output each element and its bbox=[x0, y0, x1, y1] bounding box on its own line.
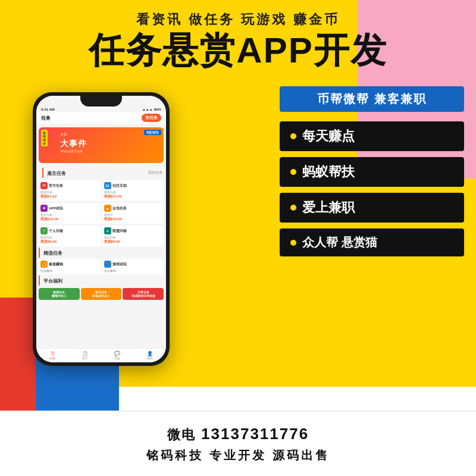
profile-nav-label: 我的 bbox=[147, 356, 153, 360]
nav-item-msg[interactable]: 💬 消息 bbox=[101, 350, 134, 361]
banner-news-label: NEWS bbox=[144, 130, 161, 135]
my-tasks-label: 我的任务 bbox=[148, 170, 162, 176]
page-wrapper: 看资讯 做任务 玩游戏 赚金币 任务悬赏APP开发 币帮微帮 兼客兼职 每天赚点… bbox=[0, 0, 476, 476]
dot-icon-3 bbox=[290, 205, 296, 211]
selected-sub-1: 快速赚钱 bbox=[40, 269, 99, 273]
selected-task-1[interactable]: 💰 极速赚钱 快速赚钱 bbox=[39, 259, 101, 274]
tasks-nav-label: 任务 bbox=[49, 356, 55, 360]
platform-section: 推荐好友赚额外收入 新手任务快速成为达人 日常任务完成获得日常收益 bbox=[36, 287, 166, 301]
platform-cards: 推荐好友赚额外收入 新手任务快速成为达人 日常任务完成获得日常收益 bbox=[39, 288, 164, 300]
task-reward-1: 奖励¥1.00 bbox=[40, 194, 99, 199]
main-title: 任务悬赏APP开发 bbox=[0, 31, 476, 70]
platform-card-3[interactable]: 日常任务完成获得日常收益 bbox=[123, 288, 164, 300]
task-title-5: 个人问卷 bbox=[49, 228, 63, 234]
selected-icon-1: 💰 bbox=[40, 261, 48, 268]
right-panel: 币帮微帮 兼客兼职 每天赚点 蚂蚁帮扶 爱上兼职 众人帮 悬赏猫 bbox=[280, 86, 464, 262]
banner-gold-badge: 超高佣金 bbox=[41, 130, 48, 146]
footer-phone: 微电 13137311776 bbox=[167, 425, 309, 444]
task-title-3: APP试玩 bbox=[49, 206, 63, 211]
nav-item-rank[interactable]: 📋 排行 bbox=[69, 350, 102, 361]
phone-post-button[interactable]: 发任务 bbox=[142, 114, 161, 122]
selected-task-grid: 💰 极速赚钱 快速赚钱 🎮 游戏试玩 试玩赚钱 bbox=[36, 259, 166, 274]
selected-section-title: 精选任务 bbox=[39, 248, 164, 258]
footer-phone-label: 微电 bbox=[167, 427, 196, 442]
dot-icon-2 bbox=[290, 169, 296, 175]
feature-item-1: 每天赚点 bbox=[280, 121, 464, 151]
platform-card-2[interactable]: 新手任务快速成为达人 bbox=[81, 288, 122, 300]
bottom-footer: 微电 13137311776 铭码科技 专业开发 源码出售 bbox=[0, 411, 476, 476]
platform-card-label-1: 推荐好友赚额外收入 bbox=[40, 290, 79, 298]
task-title-1: 官方任务 bbox=[49, 183, 63, 189]
platform-card-1[interactable]: 推荐好友赚额外收入 bbox=[39, 288, 80, 300]
feature-item-2: 蚂蚁帮扶 bbox=[280, 157, 464, 187]
phone-bottom-nav: ☰ 任务 📋 排行 💬 消息 👤 我的 bbox=[36, 348, 166, 362]
phone-nav-bar: 任务 发任务 bbox=[36, 112, 166, 125]
phone-signal: ▲▲▲ WiFi bbox=[142, 108, 161, 111]
banner-big-text: 大事件 bbox=[60, 139, 159, 149]
feature-label-1: 每天赚点 bbox=[302, 127, 355, 145]
profile-nav-icon: 👤 bbox=[135, 351, 165, 356]
task-card-2[interactable]: M 社区互助 悬赏任务 奖励¥10.00 bbox=[102, 180, 164, 201]
feature-item-3: 爱上兼职 bbox=[280, 193, 464, 223]
platform-section-title: 平台福利 bbox=[39, 275, 164, 286]
feature-item-4: 众人帮 悬赏猫 bbox=[280, 228, 464, 256]
task-reward-3: 奖励¥12.00 bbox=[40, 217, 99, 222]
phone-screen: 9:41 AM ▲▲▲ WiFi 任务 发任务 超高佣金 NEWS 今日 bbox=[36, 96, 166, 362]
feature-label-3: 爱上兼职 bbox=[302, 199, 355, 217]
banner-sub: 360会员旗下品牌 bbox=[60, 149, 159, 153]
task-icon-3: ★ bbox=[40, 205, 48, 212]
nav-item-tasks[interactable]: ☰ 任务 bbox=[36, 350, 69, 361]
task-icon-4: ● bbox=[104, 205, 111, 212]
task-reward-4: 奖励¥15.00 bbox=[104, 217, 162, 222]
phone-container: 9:41 AM ▲▲▲ WiFi 任务 发任务 超高佣金 NEWS 今日 bbox=[33, 92, 170, 366]
task-card-1[interactable]: ✉ 官方任务 悬赏任务 奖励¥1.00 bbox=[39, 180, 101, 201]
selected-task-2[interactable]: 🎮 游戏试玩 试玩赚钱 bbox=[102, 259, 164, 274]
phone-notch bbox=[80, 96, 122, 107]
employer-section-title: 雇主任务 bbox=[42, 168, 70, 178]
task-card-5[interactable]: ? 个人问卷 悬赏任务 奖励¥5.00 bbox=[39, 226, 101, 246]
task-reward-5: 奖励¥5.00 bbox=[40, 239, 99, 245]
rank-nav-label: 排行 bbox=[82, 356, 88, 360]
tagline: 看资讯 做任务 玩游戏 赚金币 bbox=[0, 11, 476, 29]
rank-nav-icon: 📋 bbox=[70, 351, 101, 356]
task-icon-2: M bbox=[104, 182, 111, 189]
task-icon-5: ? bbox=[40, 227, 48, 234]
selected-title-2: 游戏试玩 bbox=[112, 262, 127, 267]
phone-inner: 9:41 AM ▲▲▲ WiFi 任务 发任务 超高佣金 NEWS 今日 bbox=[36, 96, 166, 362]
task-card-4[interactable]: ● 众包任务 悬赏中 奖励¥15.00 bbox=[102, 203, 164, 224]
task-title-4: 众包任务 bbox=[112, 206, 127, 211]
task-icon-6: ≡ bbox=[104, 227, 111, 234]
task-card-3[interactable]: ★ APP试玩 悬赏任务 奖励¥12.00 bbox=[39, 203, 101, 224]
msg-nav-icon: 💬 bbox=[102, 351, 133, 356]
task-reward-6: 奖励¥8.00 bbox=[104, 239, 162, 245]
phone-banner: 超高佣金 NEWS 今日 大事件 360会员旗下品牌 bbox=[39, 127, 164, 163]
task-icon-1: ✉ bbox=[40, 182, 48, 189]
dot-icon-1 bbox=[290, 133, 296, 139]
task-reward-2: 奖励¥10.00 bbox=[104, 194, 162, 199]
nav-item-profile[interactable]: 👤 我的 bbox=[134, 350, 167, 361]
platform-card-label-2: 新手任务快速成为达人 bbox=[82, 290, 121, 298]
footer-phone-number: 13137311776 bbox=[201, 425, 309, 443]
phone-outer: 9:41 AM ▲▲▲ WiFi 任务 发任务 超高佣金 NEWS 今日 bbox=[33, 92, 170, 366]
tasks-nav-icon: ☰ bbox=[37, 351, 68, 356]
selected-title-1: 极速赚钱 bbox=[49, 262, 63, 267]
feature-label-2: 蚂蚁帮扶 bbox=[302, 163, 355, 181]
task-title-2: 社区互助 bbox=[112, 183, 127, 189]
phone-nav-title: 任务 bbox=[41, 115, 51, 121]
task-title-6: 联盟问卷 bbox=[112, 228, 127, 234]
phone-time: 9:41 AM bbox=[41, 108, 55, 111]
selected-sub-2: 试玩赚钱 bbox=[104, 269, 162, 273]
platform-card-label-3: 日常任务完成获得日常收益 bbox=[124, 290, 162, 298]
task-grid: ✉ 官方任务 悬赏任务 奖励¥1.00 M 社区互助 bbox=[36, 180, 166, 246]
selected-icon-2: 🎮 bbox=[104, 261, 111, 268]
footer-desc: 铭码科技 专业开发 源码出售 bbox=[146, 447, 329, 464]
msg-nav-label: 消息 bbox=[114, 356, 120, 360]
task-card-6[interactable]: ≡ 联盟问卷 悬赏任务 奖励¥8.00 bbox=[102, 226, 164, 246]
feature-label-4: 众人帮 悬赏猫 bbox=[302, 234, 377, 250]
dot-icon-4 bbox=[290, 240, 296, 246]
top-header: 看资讯 做任务 玩游戏 赚金币 任务悬赏APP开发 bbox=[0, 0, 476, 70]
subtitle-box: 币帮微帮 兼客兼职 bbox=[280, 86, 464, 112]
